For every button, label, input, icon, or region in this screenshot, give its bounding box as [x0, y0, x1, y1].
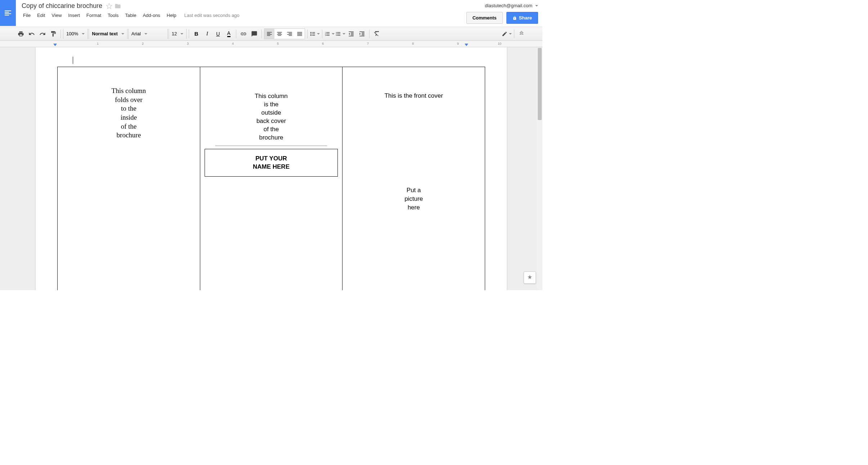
ruler-tick: 7	[367, 42, 369, 45]
brochure-table[interactable]: This column folds over to the inside of …	[57, 67, 485, 290]
menu-view[interactable]: View	[49, 11, 64, 19]
ruler-tick: 2	[142, 42, 144, 45]
font-size-dropdown[interactable]: 12	[169, 29, 187, 39]
bulleted-list-button[interactable]	[335, 29, 345, 39]
ruler-tick: 3	[187, 42, 189, 45]
brochure-col-1[interactable]: This column folds over to the inside of …	[58, 67, 200, 291]
indent-decrease-button[interactable]	[346, 29, 356, 39]
ruler-tick: 10	[498, 42, 501, 45]
ruler-tick: 4	[232, 42, 234, 45]
user-account[interactable]: dlastutech@gmail.com	[485, 3, 538, 8]
menu-edit[interactable]: Edit	[34, 11, 48, 19]
bold-button[interactable]: B	[191, 29, 201, 39]
text-cursor	[73, 57, 73, 64]
ruler-tick: 9	[457, 42, 459, 45]
menu-bar: File Edit View Insert Format Tools Table…	[20, 11, 459, 19]
divider	[215, 146, 327, 146]
ruler-tick: 5	[277, 42, 279, 45]
style-dropdown[interactable]: Normal text	[89, 29, 127, 39]
lock-icon	[513, 16, 517, 20]
comments-button[interactable]: Comments	[466, 12, 503, 24]
align-group	[264, 28, 305, 39]
editing-mode-button[interactable]	[502, 29, 512, 39]
line-spacing-button[interactable]	[310, 29, 320, 39]
indent-increase-button[interactable]	[357, 29, 367, 39]
col3-title[interactable]: This is the front cover	[347, 92, 480, 99]
menu-addons[interactable]: Add-ons	[140, 11, 163, 19]
scrollbar-thumb[interactable]	[538, 48, 542, 120]
folder-icon[interactable]	[115, 3, 121, 9]
user-email-text: dlastutech@gmail.com	[485, 3, 532, 8]
indent-marker-left[interactable]	[53, 44, 57, 46]
font-dropdown[interactable]: Arial	[128, 29, 168, 39]
star-icon[interactable]	[106, 3, 112, 9]
undo-button[interactable]	[27, 29, 37, 39]
text-color-button[interactable]: A	[224, 29, 234, 39]
ruler-tick: 1	[97, 42, 99, 45]
docs-home-icon[interactable]	[0, 0, 16, 26]
brochure-col-2[interactable]: This column is the outside back cover of…	[200, 67, 343, 291]
col3-picture-placeholder[interactable]: Put a picture here	[347, 186, 480, 212]
italic-button[interactable]: I	[202, 29, 212, 39]
document-area[interactable]: This column folds over to the inside of …	[0, 47, 542, 290]
paint-format-button[interactable]	[48, 29, 58, 39]
app-header: Copy of chiccarine brochure File Edit Vi…	[0, 0, 542, 27]
col1-text[interactable]: This column folds over to the inside of …	[62, 87, 196, 140]
menu-tools[interactable]: Tools	[105, 11, 121, 19]
numbered-list-button[interactable]	[325, 29, 335, 39]
collapse-button[interactable]	[516, 29, 527, 39]
col2-text[interactable]: This column is the outside back cover of…	[205, 92, 338, 142]
indent-marker-right[interactable]	[465, 44, 468, 46]
ruler-tick: 6	[322, 42, 324, 45]
menu-file[interactable]: File	[20, 11, 33, 19]
zoom-dropdown[interactable]: 100%	[63, 29, 88, 39]
menu-table[interactable]: Table	[122, 11, 139, 19]
toolbar: 100% Normal text Arial 12 B I U A	[0, 27, 542, 41]
explore-button[interactable]	[524, 271, 536, 284]
ruler-tick: 8	[412, 42, 414, 45]
page[interactable]: This column folds over to the inside of …	[36, 47, 507, 290]
caret-down-icon	[535, 5, 538, 6]
document-title[interactable]: Copy of chiccarine brochure	[20, 1, 104, 10]
link-button[interactable]	[238, 29, 249, 39]
align-left-button[interactable]	[264, 29, 274, 39]
align-justify-button[interactable]	[295, 29, 305, 39]
brochure-col-3[interactable]: This is the front cover Put a picture he…	[343, 67, 485, 291]
ruler[interactable]: 1 2 3 4 5 6 7 8 9 10	[0, 41, 542, 47]
name-box[interactable]: PUT YOUR NAME HERE	[205, 149, 338, 177]
menu-help[interactable]: Help	[164, 11, 179, 19]
print-button[interactable]	[16, 29, 26, 39]
align-center-button[interactable]	[274, 29, 285, 39]
vertical-scrollbar[interactable]	[537, 47, 542, 290]
clear-formatting-button[interactable]	[372, 29, 382, 39]
comment-button[interactable]	[249, 29, 259, 39]
redo-button[interactable]	[37, 29, 48, 39]
share-label: Share	[519, 15, 532, 21]
menu-format[interactable]: Format	[84, 11, 104, 19]
align-right-button[interactable]	[285, 29, 295, 39]
menu-insert[interactable]: Insert	[65, 11, 83, 19]
last-edit-label: Last edit was seconds ago	[184, 13, 240, 18]
underline-button[interactable]: U	[213, 29, 223, 39]
share-button[interactable]: Share	[506, 12, 538, 24]
